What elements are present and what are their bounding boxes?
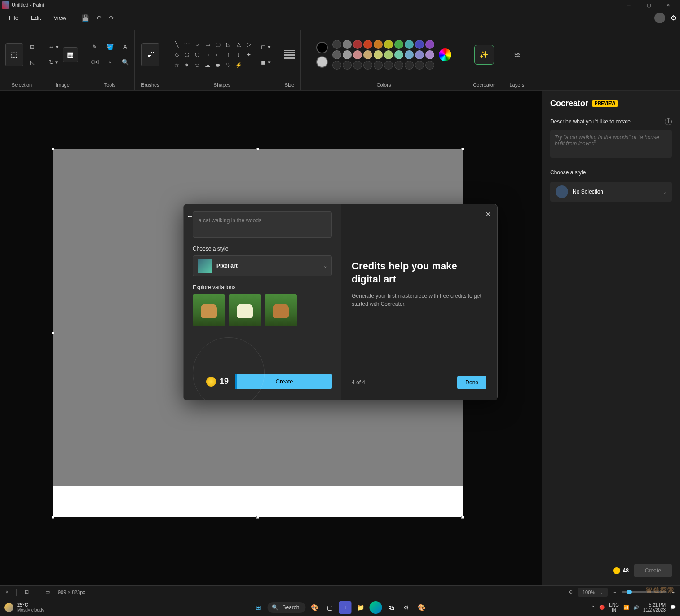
fill-icon[interactable]: 🪣 xyxy=(104,41,116,53)
color-swatch[interactable] xyxy=(353,40,362,49)
edit-colors-icon[interactable] xyxy=(439,48,451,61)
start-icon[interactable]: ⊞ xyxy=(252,601,265,614)
maximize-button[interactable]: ▢ xyxy=(639,0,658,10)
info-icon[interactable]: i xyxy=(665,118,672,125)
brushes-button[interactable]: 🖌 xyxy=(141,43,159,66)
color-swatch[interactable] xyxy=(425,40,434,49)
paint-taskbar-icon[interactable]: 🎨 xyxy=(415,601,428,614)
selection-tool[interactable]: ⬚ xyxy=(5,43,23,66)
taskview-icon[interactable]: ▢ xyxy=(324,601,336,614)
size-button[interactable] xyxy=(284,50,295,59)
fill-shape-icon[interactable]: ◼ ▾ xyxy=(260,56,272,69)
color-swatch[interactable] xyxy=(353,61,362,70)
magnify-icon[interactable]: 🔍 xyxy=(119,56,132,69)
wifi-icon[interactable]: 📶 xyxy=(623,605,629,610)
color-1[interactable] xyxy=(316,42,328,53)
menu-edit[interactable]: Edit xyxy=(26,13,46,23)
redo-icon[interactable]: ↷ xyxy=(109,14,114,22)
color-swatch[interactable] xyxy=(384,61,393,70)
color-swatch[interactable] xyxy=(332,40,341,49)
tray-status-icon[interactable]: 🔴 xyxy=(599,605,605,610)
color-swatch[interactable] xyxy=(374,40,383,49)
color-swatch[interactable] xyxy=(405,50,414,59)
teams-icon[interactable]: T xyxy=(339,601,352,614)
back-icon[interactable]: ← xyxy=(186,212,194,220)
color-swatch[interactable] xyxy=(332,61,341,70)
settings-taskbar-icon[interactable]: ⚙ xyxy=(400,601,413,614)
color-swatch[interactable] xyxy=(384,50,393,59)
copilot-icon[interactable]: 🎨 xyxy=(309,601,321,614)
modal-prompt-input[interactable]: a cat walking in the woods xyxy=(193,211,332,238)
menu-view[interactable]: View xyxy=(48,13,71,23)
color-swatch[interactable] xyxy=(415,40,424,49)
color-swatch[interactable] xyxy=(405,40,414,49)
language-indicator[interactable]: ENG xyxy=(609,603,619,607)
user-avatar[interactable] xyxy=(654,13,665,23)
color-swatch[interactable] xyxy=(343,61,352,70)
close-icon[interactable]: ✕ xyxy=(486,211,491,218)
layers-button[interactable]: ≋ xyxy=(507,45,527,65)
pencil-icon[interactable]: ✎ xyxy=(88,41,101,53)
modal-style-select[interactable]: Pixel art ⌄ xyxy=(193,255,332,276)
color-swatch[interactable] xyxy=(425,50,434,59)
style-select[interactable]: No Selection ⌄ xyxy=(550,182,672,202)
color-swatch[interactable] xyxy=(374,50,383,59)
picker-icon[interactable]: ⌖ xyxy=(104,56,116,69)
save-icon[interactable]: 💾 xyxy=(81,14,89,22)
fit-screen-icon[interactable]: ⊙ xyxy=(569,589,573,595)
lasso-icon[interactable]: ◺ xyxy=(26,56,39,69)
menu-file[interactable]: File xyxy=(4,13,24,23)
volume-icon[interactable]: 🔊 xyxy=(633,605,639,610)
chevron-down-icon: ⌄ xyxy=(663,189,667,194)
notifications-icon[interactable]: 💬 xyxy=(670,605,676,610)
group-brushes-label: Brushes xyxy=(141,79,159,90)
prompt-input[interactable] xyxy=(550,130,672,158)
color-swatch[interactable] xyxy=(405,61,414,70)
settings-icon[interactable]: ⚙ xyxy=(671,14,676,22)
zoom-select[interactable]: 100%⌄ xyxy=(578,588,608,597)
crop-icon[interactable]: ⊡ xyxy=(26,41,39,53)
explorer-icon[interactable]: 📁 xyxy=(354,601,367,614)
color-swatch[interactable] xyxy=(363,50,372,59)
minimize-button[interactable]: ─ xyxy=(619,0,639,10)
color-2[interactable] xyxy=(316,56,328,68)
shapes-grid[interactable]: ╲〰○▭▢◺△▷ ◇⬠⬡→←↑↓✦ ☆✶⬭☁⬬♡⚡ xyxy=(172,40,253,70)
color-swatch[interactable] xyxy=(332,50,341,59)
color-swatch[interactable] xyxy=(394,40,403,49)
weather-widget[interactable]: 25°C Mostly cloudy xyxy=(4,602,44,612)
color-swatch[interactable] xyxy=(394,61,403,70)
color-palette[interactable] xyxy=(332,40,434,70)
color-swatch[interactable] xyxy=(415,50,424,59)
done-button[interactable]: Done xyxy=(457,376,486,389)
color-swatch[interactable] xyxy=(425,61,434,70)
store-icon[interactable]: 🛍 xyxy=(385,601,397,614)
rotate-icon[interactable]: ↻ ▾ xyxy=(48,56,60,69)
color-swatch[interactable] xyxy=(353,50,362,59)
eraser-icon[interactable]: ⌫ xyxy=(88,56,101,69)
color-swatch[interactable] xyxy=(363,61,372,70)
color-swatch[interactable] xyxy=(343,40,352,49)
text-icon[interactable]: A xyxy=(119,41,132,53)
close-button[interactable]: ✕ xyxy=(658,0,678,10)
resize-icon[interactable]: ↔ ▾ xyxy=(48,41,60,53)
color-swatch[interactable] xyxy=(343,50,352,59)
color-swatch[interactable] xyxy=(363,40,372,49)
color-swatch[interactable] xyxy=(384,40,393,49)
variation-1[interactable] xyxy=(193,294,225,326)
tray-chevron-icon[interactable]: ⌃ xyxy=(591,605,595,610)
undo-icon[interactable]: ↶ xyxy=(96,14,102,22)
remove-bg-icon[interactable]: ▦ xyxy=(63,47,78,62)
taskbar-search[interactable]: 🔍 Search xyxy=(267,602,305,613)
create-button-side[interactable]: Create xyxy=(634,564,672,577)
outline-icon[interactable]: ◻ ▾ xyxy=(260,41,272,53)
edge-icon[interactable] xyxy=(370,601,382,614)
color-swatch[interactable] xyxy=(374,61,383,70)
zoom-out-icon[interactable]: − xyxy=(613,590,616,595)
modal-create-button[interactable]: Create xyxy=(235,374,332,389)
variation-3[interactable] xyxy=(265,294,297,326)
cocreator-button[interactable]: ✨ xyxy=(474,45,494,65)
clock-time[interactable]: 5:21 PM xyxy=(643,603,666,607)
color-swatch[interactable] xyxy=(415,61,424,70)
variation-2[interactable] xyxy=(229,294,261,326)
color-swatch[interactable] xyxy=(394,50,403,59)
